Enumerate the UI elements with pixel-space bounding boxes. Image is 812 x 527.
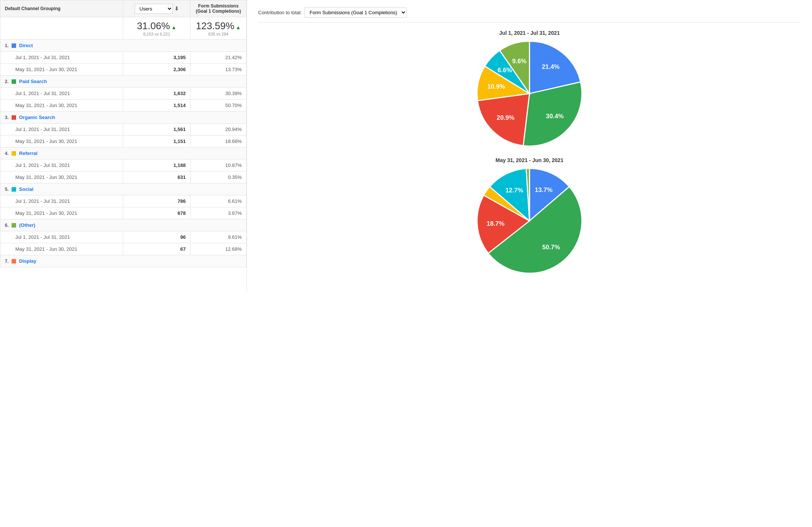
svg-text:20.9%: 20.9% [497, 114, 515, 121]
data-row: Jul 1, 2021 - Jul 31, 2021 1,632 30.39% [0, 88, 247, 100]
svg-text:50.7%: 50.7% [542, 244, 560, 251]
data-row: Jul 1, 2021 - Jul 31, 2021 1,188 10.87% [0, 159, 247, 171]
channel-row: 3. Organic Search [0, 112, 247, 124]
channel-link[interactable]: Referral [19, 150, 37, 156]
channel-link[interactable]: Social [19, 186, 33, 192]
data-row: Jul 1, 2021 - Jul 31, 2021 1,561 20.94% [0, 124, 247, 135]
col3-header: Form Submissions (Goal 1 Completions) [190, 0, 247, 17]
chart2-svg: 13.7%50.7%18.7%12.7% [477, 168, 582, 273]
chart2-container: May 31, 2021 - Jun 30, 2021 13.7%50.7%18… [258, 157, 801, 273]
chart1-container: Jul 1, 2021 - Jul 31, 2021 21.4%30.4%20.… [258, 30, 801, 146]
data-row: Jul 1, 2021 - Jul 31, 2021 96 9.61% [0, 231, 247, 243]
svg-text:18.7%: 18.7% [486, 220, 504, 227]
channel-row: 5. Social [0, 183, 247, 195]
col1-header: Default Channel Grouping [0, 0, 123, 17]
users-summary-cell: 31.06% ▲ 8,153 vs 6,221 [123, 17, 190, 40]
channel-link[interactable]: (Other) [19, 222, 35, 228]
data-row: May 31, 2021 - Jun 30, 2021 1,514 50.70% [0, 100, 247, 112]
goal-summary-cell: 123.59% ▲ 635 vs 284 [190, 17, 247, 40]
svg-text:30.4%: 30.4% [546, 113, 564, 120]
svg-text:21.4%: 21.4% [542, 63, 560, 70]
summary-row: 31.06% ▲ 8,153 vs 6,221 123.59% ▲ 635 vs… [0, 17, 247, 40]
channel-link[interactable]: Paid Search [19, 79, 47, 84]
data-row: Jul 1, 2021 - Jul 31, 2021 3,195 21.42% [0, 52, 247, 64]
col2-header: Users Sessions New Users Pageviews ⬇ [123, 0, 190, 17]
data-row: May 31, 2021 - Jun 30, 2021 631 0.35% [0, 171, 247, 183]
channel-row: 4. Referral [0, 147, 247, 159]
svg-text:13.7%: 13.7% [535, 186, 553, 194]
users-dropdown[interactable]: Users Sessions New Users Pageviews [135, 4, 173, 14]
contribution-label: Contribution to total: [258, 10, 302, 15]
data-row: May 31, 2021 - Jun 30, 2021 67 12.68% [0, 243, 247, 255]
contribution-dropdown[interactable]: Form Submissions (Goal 1 Completions) Se… [305, 7, 407, 18]
chart2-title: May 31, 2021 - Jun 30, 2021 [258, 157, 801, 163]
chart1-title: Jul 1, 2021 - Jul 31, 2021 [258, 30, 801, 36]
data-row: May 31, 2021 - Jun 30, 2021 678 3.87% [0, 207, 247, 219]
charts-section: Contribution to total: Form Submissions … [247, 0, 812, 292]
data-row: Jul 1, 2021 - Jul 31, 2021 786 6.61% [0, 195, 247, 207]
data-row: May 31, 2021 - Jun 30, 2021 2,306 13.73% [0, 64, 247, 76]
svg-text:9.6%: 9.6% [512, 58, 526, 65]
data-row: May 31, 2021 - Jun 30, 2021 1,151 18.66% [0, 135, 247, 147]
chart1-svg: 21.4%30.4%20.9%10.9%6.6%9.6% [477, 41, 582, 146]
svg-text:6.6%: 6.6% [498, 67, 512, 74]
channel-link[interactable]: Display [19, 258, 36, 264]
channel-link[interactable]: Organic Search [19, 115, 55, 120]
table-header-row: Default Channel Grouping Users Sessions … [0, 0, 247, 17]
channel-row: 6. (Other) [0, 219, 247, 231]
channel-row: 2. Paid Search [0, 76, 247, 88]
channel-row: 7. Display [0, 255, 247, 267]
channel-link[interactable]: Direct [19, 43, 33, 48]
svg-text:10.9%: 10.9% [487, 83, 505, 90]
svg-text:12.7%: 12.7% [506, 187, 523, 194]
channel-row: 1. Direct [0, 40, 247, 52]
sort-icon[interactable]: ⬇ [174, 6, 179, 12]
